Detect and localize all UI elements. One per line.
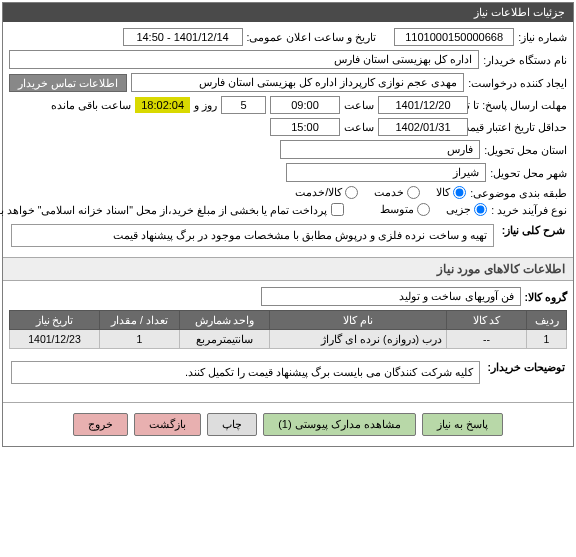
items-body: گروه کالا: فن آوریهای ساخت و تولید ردیف … xyxy=(3,281,573,394)
need-no-label: شماره نیاز: xyxy=(518,31,567,43)
footer: پاسخ به نیاز مشاهده مدارک پیوستی (1) چاپ… xyxy=(3,402,573,446)
panel-title: جزئیات اطلاعات نیاز xyxy=(3,3,573,22)
radio-service-input[interactable] xyxy=(407,186,420,199)
payment-checkbox[interactable] xyxy=(331,203,344,216)
th-row: ردیف xyxy=(527,311,567,330)
public-datetime-label: تاریخ و ساعت اعلان عمومی: xyxy=(247,31,377,43)
need-no-field: 1101000150000668 xyxy=(394,28,514,46)
validity-time-field: 15:00 xyxy=(270,118,340,136)
group-label: گروه کالا: xyxy=(525,291,567,303)
group-field: فن آوریهای ساخت و تولید xyxy=(261,287,521,306)
buyer-notes-field: کلیه شرکت کنندگان می بایست برگ پیشنهاد ق… xyxy=(11,361,480,384)
payment-note: پرداخت تمام یا بخشی از مبلغ خرید،از محل … xyxy=(0,204,327,216)
validity-date-field: 1402/01/31 xyxy=(378,118,468,136)
exit-button[interactable]: خروج xyxy=(73,413,128,436)
attachments-button[interactable]: مشاهده مدارک پیوستی (1) xyxy=(263,413,416,436)
radio-medium[interactable]: متوسط xyxy=(380,203,430,216)
th-name: نام کالا xyxy=(270,311,447,330)
radio-partial-input[interactable] xyxy=(474,203,487,216)
radio-medium-input[interactable] xyxy=(417,203,430,216)
buyer-label: نام دستگاه خریدار: xyxy=(483,54,567,66)
th-code: کد کالا xyxy=(447,311,527,330)
time-label-1: ساعت xyxy=(344,99,374,111)
print-button[interactable]: چاپ xyxy=(207,413,257,436)
main-panel: جزئیات اطلاعات نیاز شماره نیاز: 11010001… xyxy=(2,2,574,447)
th-qty: تعداد / مقدار xyxy=(100,311,180,330)
panel-body: شماره نیاز: 1101000150000668 تاریخ و ساع… xyxy=(3,22,573,257)
process-label: نوع فرآیند خرید : xyxy=(491,204,567,216)
radio-goods-input[interactable] xyxy=(453,186,466,199)
reply-button[interactable]: پاسخ به نیاز xyxy=(422,413,503,436)
remaining-label: ساعت باقی مانده xyxy=(51,99,131,111)
contact-buyer-button[interactable]: اطلاعات تماس خریدار xyxy=(9,74,127,92)
cell-date: 1401/12/23 xyxy=(10,330,100,349)
cell-name: درب (دروازه) نرده ای گاراژ xyxy=(270,330,447,349)
items-table: ردیف کد کالا نام کالا واحد شمارش تعداد /… xyxy=(9,310,567,349)
public-datetime-field: 1401/12/14 - 14:50 xyxy=(123,28,243,46)
items-section-title: اطلاعات کالاهای مورد نیاز xyxy=(3,257,573,281)
cell-code: -- xyxy=(447,330,527,349)
city-label: شهر محل تحویل: xyxy=(490,167,567,179)
buyer-field: اداره کل بهزیستی استان فارس xyxy=(9,50,479,69)
radio-goods[interactable]: کالا xyxy=(436,186,466,199)
deadline-label: مهلت ارسال پاسخ: تا تاریخ: xyxy=(472,99,567,111)
table-row[interactable]: 1 -- درب (دروازه) نرده ای گاراژ سانتیمتر… xyxy=(10,330,567,349)
validity-label: حداقل تاریخ اعتبار قیمت: تا تاریخ: xyxy=(472,121,567,133)
requester-field: مهدی عجم نوازی کارپرداز اداره کل بهزیستی… xyxy=(131,73,464,92)
table-header-row: ردیف کد کالا نام کالا واحد شمارش تعداد /… xyxy=(10,311,567,330)
radio-partial[interactable]: جزیی xyxy=(446,203,487,216)
days-field: 5 xyxy=(221,96,266,114)
requester-label: ایجاد کننده درخواست: xyxy=(468,77,567,89)
back-button[interactable]: بازگشت xyxy=(134,413,201,436)
province-label: استان محل تحویل: xyxy=(484,144,567,156)
deadline-time-field: 09:00 xyxy=(270,96,340,114)
buyer-notes-label: توضیحات خریدار: xyxy=(488,361,565,373)
countdown-badge: 18:02:04 xyxy=(135,97,190,113)
desc-field: تهیه و ساخت نرده فلزی و درپوش مطابق با م… xyxy=(11,224,494,247)
cell-unit: سانتیمترمربع xyxy=(180,330,270,349)
radio-service[interactable]: خدمت xyxy=(374,186,420,199)
category-label: طبقه بندی موضوعی: xyxy=(470,187,567,199)
city-field: شیراز xyxy=(286,163,486,182)
th-unit: واحد شمارش xyxy=(180,311,270,330)
th-date: تاریخ نیاز xyxy=(10,311,100,330)
time-label-2: ساعت xyxy=(344,121,374,133)
province-field: فارس xyxy=(280,140,480,159)
radio-goods-service[interactable]: کالا/خدمت xyxy=(295,186,358,199)
radio-goods-service-input[interactable] xyxy=(345,186,358,199)
deadline-date-field: 1401/12/20 xyxy=(378,96,468,114)
day-label: روز و xyxy=(194,99,217,111)
cell-row: 1 xyxy=(527,330,567,349)
desc-label: شرح کلی نیاز: xyxy=(502,224,565,236)
cell-qty: 1 xyxy=(100,330,180,349)
